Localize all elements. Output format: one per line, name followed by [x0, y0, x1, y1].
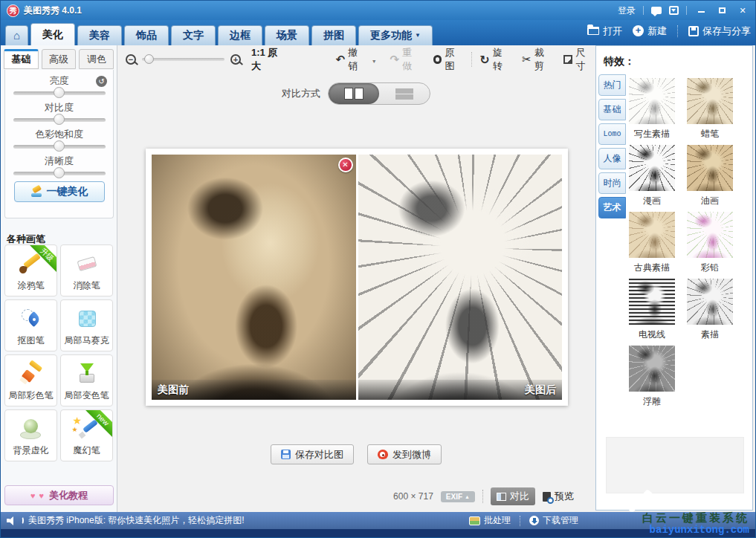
brush-local-color[interactable]: 局部彩色笔: [4, 354, 57, 406]
brush-cutout-pen[interactable]: 抠图笔: [4, 299, 57, 351]
save-share-button[interactable]: 保存与分享: [688, 25, 751, 38]
chevron-down-icon[interactable]: [370, 54, 377, 65]
tab-cosmetic[interactable]: 美容: [77, 25, 122, 45]
clarity-slider[interactable]: [13, 172, 106, 175]
effect-thumbnail[interactable]: [629, 145, 675, 191]
category-fashion[interactable]: 时尚: [598, 172, 626, 194]
contrast-slider[interactable]: [13, 118, 106, 122]
one-key-beautify-button[interactable]: 一键美化: [14, 181, 105, 202]
brush-eraser[interactable]: 消除笔: [60, 244, 113, 296]
resize-button[interactable]: 尺寸: [563, 46, 595, 73]
after-image[interactable]: 美图后: [358, 155, 563, 400]
effect-thumbnail[interactable]: [687, 145, 733, 191]
new-button[interactable]: + 新建: [633, 25, 667, 38]
speaker-icon: [7, 516, 19, 525]
zoom-actual-button[interactable]: 1:1 原大: [251, 46, 287, 73]
send-weibo-button[interactable]: 发到微博: [367, 444, 442, 464]
slider-knob[interactable]: [54, 140, 65, 152]
effect-crayon[interactable]: 蜡笔: [687, 78, 733, 145]
tab-more-features[interactable]: 更多功能: [358, 25, 433, 45]
minimize-button[interactable]: [694, 5, 708, 16]
panel-tab-tone[interactable]: 调色: [79, 49, 114, 69]
download-icon: [529, 516, 539, 525]
slider-knob[interactable]: [54, 114, 65, 125]
ad-placeholder: [606, 437, 744, 493]
crop-button[interactable]: 裁剪: [522, 46, 553, 73]
skin-icon[interactable]: [669, 6, 679, 15]
magic-stamp-icon: [30, 187, 42, 197]
effect-emboss[interactable]: 浮雕: [629, 346, 675, 412]
tab-text[interactable]: 文字: [171, 25, 216, 45]
effect-oil-painting[interactable]: 油画: [687, 145, 733, 212]
effect-tv-lines[interactable]: 电视线: [629, 279, 675, 346]
effect-thumbnail[interactable]: [687, 279, 733, 325]
circle-icon: [433, 55, 442, 64]
preview-icon: [543, 492, 551, 502]
compare-toggle-button[interactable]: 对比: [491, 487, 535, 505]
batch-process-button[interactable]: 批处理: [469, 514, 511, 527]
tab-scene[interactable]: 场景: [265, 25, 309, 45]
stacked-option[interactable]: [379, 83, 430, 104]
preview-button[interactable]: 预览: [543, 490, 574, 503]
login-link[interactable]: 登录: [618, 4, 636, 17]
zoom-out-icon[interactable]: [126, 54, 136, 65]
brightness-slider[interactable]: [13, 91, 106, 95]
feedback-icon[interactable]: [651, 7, 662, 14]
save-comparison-button[interactable]: 保存对比图: [271, 444, 354, 464]
redo-button[interactable]: 重做: [390, 46, 421, 73]
tab-accessory[interactable]: 饰品: [124, 25, 169, 45]
effect-comic[interactable]: 漫画: [629, 145, 675, 212]
effect-sketch-live[interactable]: 写生素描: [629, 78, 675, 145]
tab-collage[interactable]: 拼图: [311, 25, 356, 45]
slider-knob[interactable]: [54, 87, 65, 98]
home-tab[interactable]: [5, 25, 28, 45]
download-manager-button[interactable]: 下载管理: [529, 514, 578, 527]
category-lomo[interactable]: Lomo: [598, 123, 626, 145]
toolbar-separator: [471, 52, 472, 67]
brush-magic-pen[interactable]: 魔幻笔 new: [60, 409, 113, 461]
brush-local-recolor[interactable]: 局部变色笔: [60, 354, 113, 406]
panel-tab-basic[interactable]: 基础: [4, 49, 39, 69]
effect-thumbnail[interactable]: [629, 78, 675, 124]
brush-background-blur[interactable]: 背景虚化: [4, 409, 57, 461]
tab-border[interactable]: 边框: [218, 25, 262, 45]
original-image-button[interactable]: 原图: [433, 46, 465, 73]
close-image-button[interactable]: [338, 158, 353, 172]
compare-mode-toggle[interactable]: [328, 82, 430, 105]
tab-beautify[interactable]: 美化: [30, 23, 75, 45]
brush-doodle-pen[interactable]: 涂鸦笔 升级: [4, 244, 57, 296]
hearts-hand-icon: [30, 491, 45, 500]
tutorial-button[interactable]: 美化教程: [4, 485, 114, 505]
zoom-slider-knob[interactable]: [144, 54, 154, 64]
effect-thumbnail[interactable]: [687, 212, 733, 258]
close-window-button[interactable]: [736, 5, 749, 16]
category-hot[interactable]: 热门: [598, 74, 626, 96]
before-image[interactable]: 美图前: [152, 155, 356, 400]
side-by-side-option[interactable]: [329, 83, 379, 104]
effect-thumbnail[interactable]: [629, 212, 675, 258]
reset-icon[interactable]: [96, 76, 107, 87]
open-button[interactable]: 打开: [587, 25, 622, 38]
promo-message[interactable]: 美图秀秀 iPhone版: 帮你快速美化照片，轻松搞定拼图!: [28, 514, 245, 527]
effect-thumbnail[interactable]: [629, 279, 675, 325]
effect-sketch[interactable]: 素描: [687, 279, 733, 346]
zoom-in-icon[interactable]: [230, 54, 241, 65]
undo-button[interactable]: 撤销: [335, 46, 376, 73]
effect-thumbnail[interactable]: [629, 346, 675, 392]
effect-thumbnail[interactable]: [687, 78, 733, 124]
category-basic[interactable]: 基础: [598, 99, 626, 120]
category-art[interactable]: 艺术: [598, 197, 626, 218]
brush-local-mosaic[interactable]: 局部马赛克: [60, 299, 113, 351]
zoom-slider[interactable]: [142, 58, 224, 61]
maximize-button[interactable]: [715, 5, 728, 16]
panel-tab-advanced[interactable]: 高级: [42, 49, 77, 69]
saturation-slider[interactable]: [13, 145, 106, 149]
category-portrait[interactable]: 人像: [598, 148, 626, 169]
effect-classic-sketch[interactable]: 古典素描: [629, 212, 675, 279]
exif-button[interactable]: EXIF: [441, 491, 475, 502]
effect-color-pencil[interactable]: 彩铅: [687, 212, 733, 279]
funnel-icon: [73, 361, 101, 388]
rotate-button[interactable]: 旋转: [479, 46, 511, 73]
slider-knob[interactable]: [54, 167, 65, 178]
mosaic-icon: [73, 306, 101, 333]
